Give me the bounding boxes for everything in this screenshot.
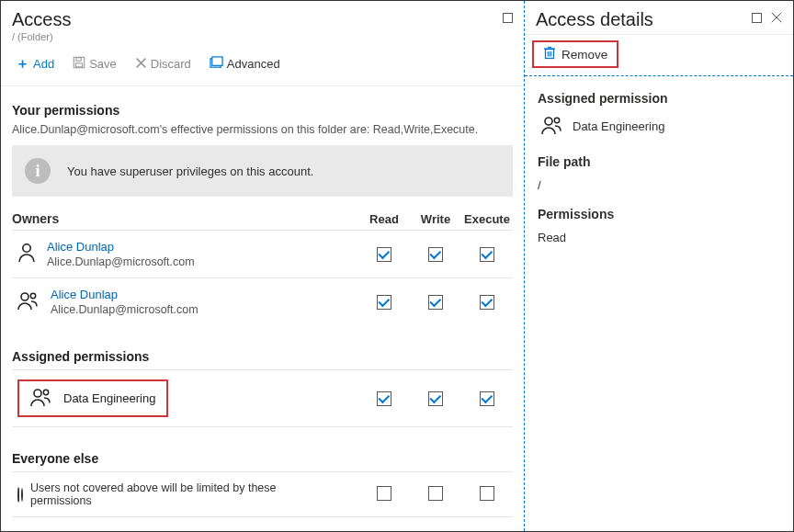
discard-icon [135, 57, 147, 72]
info-text: You have superuser privileges on this ac… [67, 164, 313, 178]
save-button[interactable]: Save [65, 51, 124, 76]
write-checkbox[interactable] [428, 486, 443, 501]
svg-point-10 [34, 390, 41, 397]
save-icon [73, 56, 85, 72]
read-checkbox[interactable] [377, 391, 391, 406]
details-header: Access details [525, 1, 793, 34]
owner-email: Alice.Dunlap@microsoft.com [47, 255, 195, 268]
col-execute: Execute [461, 212, 513, 226]
write-checkbox[interactable] [428, 247, 443, 262]
content-area: Your permissions Alice.Dunlap@microsoft.… [1, 86, 524, 526]
group-icon [30, 387, 52, 410]
svg-point-8 [21, 293, 28, 300]
permissions-value: Read [538, 231, 780, 244]
remove-button[interactable]: Remove [532, 40, 618, 68]
access-panel: Access / (Folder) ＋ Add Save [1, 1, 525, 531]
details-panel: Access details Remove Assigned permissio… [525, 1, 793, 531]
svg-point-7 [23, 244, 30, 252]
details-title: Access details [536, 8, 653, 30]
group-icon [17, 290, 40, 313]
info-icon: i [25, 158, 51, 184]
filepath-value: / [538, 178, 780, 192]
owners-header-row: Owners Read Write Execute [12, 211, 513, 230]
filepath-heading: File path [538, 154, 780, 169]
col-write: Write [410, 212, 461, 226]
read-checkbox[interactable] [377, 247, 391, 262]
advanced-label: Advanced [227, 57, 280, 71]
assigned-permission-name: Data Engineering [573, 119, 664, 133]
globe-icon [17, 488, 19, 502]
execute-checkbox[interactable] [480, 486, 494, 501]
write-checkbox[interactable] [428, 295, 443, 310]
execute-checkbox[interactable] [480, 247, 494, 262]
panel-subtitle: / (Folder) [12, 31, 71, 42]
advanced-icon [210, 56, 223, 73]
assigned-permission-heading: Assigned permission [538, 91, 780, 106]
owners-heading: Owners [12, 211, 358, 226]
owner-row[interactable]: Alice Dunlap Alice.Dunlap@microsoft.com [12, 230, 513, 277]
details-content: Assigned permission Data Engineering Fil… [525, 76, 793, 255]
owner-row[interactable]: Alice Dunlap Alice.Dunlap@microsoft.com [12, 277, 513, 325]
svg-rect-6 [212, 56, 222, 64]
advanced-button[interactable]: Advanced [202, 51, 288, 76]
permissions-description: Alice.Dunlap@microsoft.com's effective p… [12, 123, 513, 136]
execute-checkbox[interactable] [480, 391, 494, 406]
discard-button[interactable]: Discard [128, 51, 198, 76]
details-toolbar: Remove [525, 34, 793, 76]
your-permissions-heading: Your permissions [12, 103, 513, 118]
maximize-icon[interactable] [503, 12, 513, 26]
assigned-heading: Assigned permissions [12, 349, 513, 364]
remove-label: Remove [561, 48, 607, 62]
save-label: Save [89, 57, 117, 71]
svg-point-9 [30, 293, 35, 298]
read-checkbox[interactable] [377, 486, 391, 501]
assigned-name: Data Engineering [63, 391, 155, 405]
execute-checkbox[interactable] [480, 295, 494, 310]
svg-point-20 [545, 118, 552, 125]
assigned-highlight: Data Engineering [17, 379, 168, 417]
owner-name: Alice Dunlap [47, 240, 195, 254]
owner-name: Alice Dunlap [51, 288, 198, 301]
maximize-icon[interactable] [752, 12, 762, 26]
trash-icon [543, 46, 556, 62]
svg-rect-2 [76, 58, 81, 62]
add-button[interactable]: ＋ Add [8, 51, 62, 76]
everyone-row: Users not covered above will be limited … [12, 471, 513, 517]
panel-title: Access [12, 8, 71, 30]
svg-rect-1 [76, 63, 83, 67]
svg-point-11 [43, 390, 48, 394]
owner-email: Alice.Dunlap@microsoft.com [51, 303, 198, 316]
group-icon [541, 115, 563, 138]
person-icon [17, 243, 36, 266]
info-banner: i You have superuser privileges on this … [12, 145, 513, 197]
everyone-text: Users not covered above will be limited … [30, 481, 288, 507]
discard-label: Discard [151, 57, 191, 71]
add-label: Add [33, 57, 54, 71]
assigned-row[interactable]: Data Engineering [12, 369, 513, 427]
permissions-heading: Permissions [538, 207, 780, 221]
close-icon[interactable] [771, 12, 782, 26]
svg-point-21 [554, 118, 559, 122]
toolbar: ＋ Add Save Discard Advanced [1, 46, 524, 86]
col-read: Read [358, 212, 410, 226]
everyone-heading: Everyone else [12, 451, 513, 466]
write-checkbox[interactable] [428, 391, 443, 406]
plus-icon: ＋ [16, 55, 29, 73]
assigned-permission-item: Data Engineering [538, 115, 780, 138]
access-header: Access / (Folder) [1, 1, 524, 46]
app-root: Access / (Folder) ＋ Add Save [0, 0, 794, 532]
read-checkbox[interactable] [377, 295, 391, 310]
